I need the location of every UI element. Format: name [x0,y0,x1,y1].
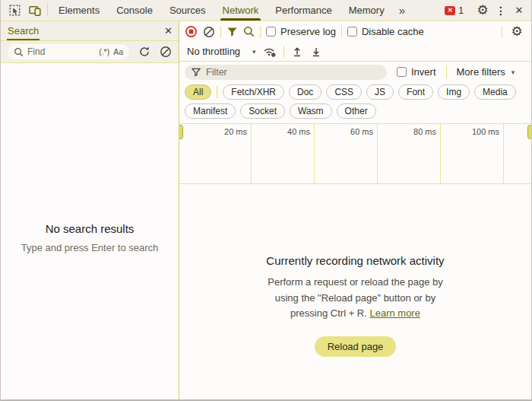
export-har-button[interactable] [310,46,322,58]
instruction-line: pressing Ctrl + R. [290,307,369,319]
record-stop-icon [185,25,198,38]
no-results-title: No search results [46,222,135,235]
tab-network[interactable]: Network [214,0,268,21]
toolbar-divider [220,26,221,38]
clear-search-button[interactable] [160,46,172,58]
more-filters-button[interactable]: More filters ▾ [457,66,519,78]
tab-performance[interactable]: Performance [267,0,340,21]
filter-chip-font[interactable]: Font [398,84,433,100]
tab-sources[interactable]: Sources [161,0,214,21]
timeline-gridline [314,124,315,183]
inspect-element-button[interactable] [5,0,25,21]
invert-checkbox-group[interactable]: Invert [397,66,436,78]
filter-toggle-button[interactable] [226,27,238,37]
upload-icon [291,46,303,58]
filter-chip-js[interactable]: JS [366,84,394,100]
kebab-menu-icon[interactable]: ⋮ [492,1,510,21]
reload-page-button[interactable]: Reload page [315,336,397,357]
chevron-down-icon: ▾ [511,68,515,76]
toolbar-divider [260,26,261,38]
filter-chip-fetch-xhr[interactable]: Fetch/XHR [223,84,284,100]
timeline-right-handle[interactable] [527,125,531,139]
resource-type-chips: AllFetch/XHRDocCSSJSFontImgMediaManifest… [179,82,531,124]
chevron-down-icon: ▾ [252,48,256,56]
preserve-log-checkbox[interactable] [266,27,276,37]
tab-memory[interactable]: Memory [340,0,393,21]
network-filter-bar: Invert More filters ▾ [179,62,531,82]
search-network-button[interactable] [243,26,255,37]
instruction-line: Perform a request or reload the page by [268,275,443,291]
timeline-tick-label: 60 ms [350,127,377,136]
network-overview-timeline: 20 ms40 ms60 ms80 ms100 ms [179,124,531,184]
filter-chip-img[interactable]: Img [438,84,470,100]
toolbar-divider [446,66,447,78]
filter-chip-doc[interactable]: Doc [289,84,321,100]
clear-icon [203,26,215,38]
filter-chip-other[interactable]: Other [337,103,376,119]
filter-chip-media[interactable]: Media [474,84,516,100]
devtools-body: Search ✕ (.*) Aa [1,21,531,401]
filter-chip-all[interactable]: All [185,84,211,100]
preserve-log-checkbox-group[interactable]: Preserve log [266,26,336,37]
invert-label: Invert [411,66,436,78]
more-filters-label: More filters [457,66,505,78]
throttling-select[interactable]: No throttling ▾ [186,46,256,57]
instruction-line: using the "Reload page" button or by [268,291,443,307]
close-devtools-button[interactable]: ✕ [510,1,528,21]
search-icon [14,47,24,57]
chip-divider [217,86,217,98]
throttling-value: No throttling [187,46,240,57]
learn-more-link[interactable]: Learn more [369,307,420,319]
error-badge[interactable]: ✕ 1 [440,5,468,16]
devtools-tab-bar: ElementsConsoleSourcesNetworkPerformance… [1,0,531,21]
timeline-tick-label: 80 ms [413,127,440,136]
network-conditions-button[interactable] [263,46,277,58]
import-har-button[interactable] [291,46,303,58]
filter-input[interactable] [206,67,380,78]
timeline-gridline [503,124,504,183]
disable-cache-checkbox-group[interactable]: Disable cache [347,26,424,37]
tab-elements[interactable]: Elements [50,0,108,21]
network-toolbar-main: Preserve log Disable cache ⚙ [179,21,531,42]
error-badge-icon: ✕ [445,6,455,15]
timeline-gridline [440,124,441,183]
toolbar-divider [283,46,284,58]
preserve-log-label: Preserve log [280,26,336,37]
filter-input-wrap [185,65,387,80]
timeline-gridline [251,124,252,183]
filter-chip-wasm[interactable]: Wasm [290,103,332,119]
filter-chip-manifest[interactable]: Manifest [185,103,236,119]
clear-network-log-button[interactable] [203,26,215,38]
search-panel-header: Search ✕ [1,21,179,41]
device-toolbar-button[interactable] [25,0,45,21]
toolbar-divider [341,26,342,38]
wifi-gear-icon [263,46,277,58]
find-input[interactable] [27,46,95,57]
record-network-log-button[interactable] [185,25,198,38]
refresh-search-button[interactable] [138,46,150,58]
settings-gear-icon[interactable]: ⚙ [473,1,492,21]
device-toolbar-icon [29,5,42,17]
more-tabs-button[interactable]: » [393,0,411,21]
network-empty-state: Currently recording network activity Per… [179,184,531,401]
no-results-subtitle: Type and press Enter to search [21,242,159,253]
toolbar-divider [502,26,502,38]
topbar-right-controls: ✕ 1 ⚙ ⋮ ✕ [440,0,531,21]
match-case-toggle[interactable]: Aa [113,47,123,56]
disable-cache-checkbox[interactable] [347,27,357,37]
filter-chip-socket[interactable]: Socket [240,103,285,119]
search-panel-title: Search [7,21,40,40]
find-input-wrap: (.*) Aa [8,44,129,59]
tab-console[interactable]: Console [108,0,161,21]
funnel-icon [226,27,238,37]
network-settings-gear-icon[interactable]: ⚙ [508,22,526,42]
timeline-tick-label: 100 ms [472,127,503,136]
search-icon [243,26,255,37]
timeline-left-handle[interactable] [179,125,183,139]
filter-chip-css[interactable]: CSS [326,84,362,100]
close-search-panel-button[interactable]: ✕ [164,21,173,40]
invert-checkbox[interactable] [397,67,407,77]
recording-title: Currently recording network activity [266,254,444,267]
error-count: 1 [458,5,464,16]
regex-toggle[interactable]: (.*) [99,47,109,56]
